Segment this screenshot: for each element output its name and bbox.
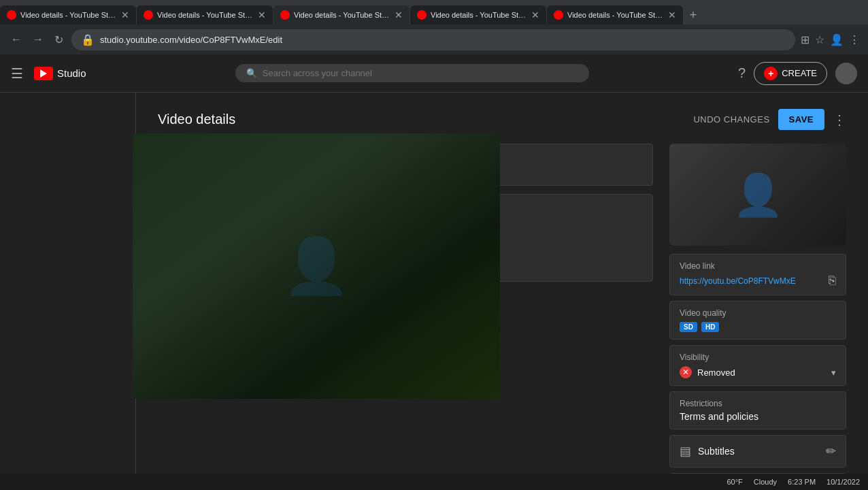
search-inner: 🔍 [235, 64, 589, 82]
browser-tab-5[interactable]: Video details - YouTube Studio ✕ [547, 5, 683, 24]
copy-icon[interactable]: ⎘ [829, 274, 836, 288]
restrictions-value: Terms and policies [680, 411, 836, 422]
large-preview-placeholder: 👤 [282, 234, 350, 298]
large-preview-bg: 👤 [133, 133, 500, 399]
tab-close-3[interactable]: ✕ [395, 10, 403, 20]
quality-label: Video quality [680, 308, 836, 318]
search-input[interactable] [263, 68, 578, 78]
tab-favicon-1 [7, 10, 16, 20]
visibility-value: ✕ Removed [680, 366, 735, 378]
browser-tab-4[interactable]: Video details - YouTube Studio ✕ [410, 5, 546, 24]
page-header: Video details UNDO CHANGES SAVE ⋮ [158, 109, 846, 130]
quality-badge-sd: SD [680, 322, 697, 332]
url-bar[interactable]: 🔒 studio.youtube.com/video/CoP8FTVwMxE/e… [71, 29, 795, 50]
restrictions-label: Restrictions [680, 399, 836, 408]
studio-logo-text: Studio [57, 67, 86, 79]
new-tab-button[interactable]: + [684, 5, 703, 24]
video-link-url[interactable]: https://youtu.be/CoP8FTVwMxE [680, 276, 796, 286]
large-video-preview: 👤 [133, 133, 500, 399]
tab-favicon-4 [417, 10, 427, 20]
tab-favicon-5 [554, 10, 563, 20]
video-link-section: Video link https://youtu.be/CoP8FTVwMxE … [669, 254, 846, 295]
weather-text: 60°F [727, 478, 742, 486]
lock-icon: 🔒 [81, 33, 95, 46]
tab-title-4: Video details - YouTube Studio [431, 11, 527, 19]
create-button[interactable]: + CREATE [754, 62, 827, 85]
hamburger-menu[interactable]: ☰ [11, 65, 23, 82]
avatar[interactable] [835, 63, 857, 84]
taskbar: 60°F Cloudy 6:23 PM 10/1/2022 [0, 474, 868, 490]
sidebar-overlay [0, 95, 133, 476]
browser-tab-1[interactable]: Video details - YouTube Stu... ✕ [0, 5, 136, 24]
top-bar: ☰ Studio 🔍 ? + CREATE [0, 54, 868, 93]
browser-chrome: Video details - YouTube Stu... ✕ Video d… [0, 0, 868, 54]
video-link-row: https://youtu.be/CoP8FTVwMxE ⎘ [680, 274, 836, 288]
tab-title-5: Video details - YouTube Studio [567, 11, 664, 19]
top-right-actions: ? + CREATE [738, 62, 857, 85]
profile-icon[interactable]: 👤 [830, 33, 844, 46]
forward-button[interactable]: → [30, 31, 46, 48]
youtube-icon [34, 67, 53, 80]
tab-bar: Video details - YouTube Stu... ✕ Video d… [0, 0, 868, 24]
quality-section: Video quality SD HD [669, 301, 846, 340]
undo-changes-button[interactable]: UNDO CHANGES [693, 114, 769, 125]
date-display: 10/1/2022 [827, 478, 860, 486]
more-options-icon[interactable]: ⋮ [849, 33, 860, 46]
restrictions-section: Restrictions Terms and policies [669, 391, 846, 429]
page-title: Video details [158, 112, 235, 127]
tab-title-1: Video details - YouTube Stu... [20, 11, 117, 19]
tab-title-3: Video details - YouTube Studio [294, 11, 390, 19]
tab-close-1[interactable]: ✕ [121, 10, 129, 20]
removed-icon: ✕ [680, 366, 692, 378]
browser-tab-2[interactable]: Video details - YouTube Studio ✕ [137, 5, 273, 24]
thumbnail-face-placeholder: 👤 [733, 171, 784, 219]
browser-tab-3[interactable]: Video details - YouTube Studio ✕ [273, 5, 410, 24]
browser-toolbar: ⊞ ☆ 👤 ⋮ [801, 33, 860, 46]
save-button[interactable]: SAVE [778, 109, 824, 130]
visibility-text: Removed [697, 368, 735, 378]
youtube-play-icon [40, 69, 47, 78]
create-video-icon: + [764, 67, 778, 80]
form-right: 👤 Video link https://youtu.be/CoP8FTVwMx… [669, 144, 846, 490]
back-button[interactable]: ← [8, 31, 24, 48]
visibility-section[interactable]: Visibility ✕ Removed ▾ [669, 345, 846, 386]
subtitles-edit-icon[interactable]: ✏ [826, 444, 836, 459]
url-text: studio.youtube.com/video/CoP8FTVwMxE/edi… [100, 35, 282, 45]
address-bar: ← → ↻ 🔒 studio.youtube.com/video/CoP8FTV… [0, 24, 868, 54]
video-link-label: Video link [680, 261, 836, 271]
video-thumbnail-large: 👤 [669, 144, 846, 246]
weather-condition: Cloudy [754, 478, 777, 486]
tab-favicon-3 [280, 10, 290, 20]
subtitles-label: Subtitles [698, 446, 735, 457]
search-icon: 🔍 [246, 68, 257, 78]
chevron-down-icon: ▾ [831, 368, 836, 378]
search-bar: 🔍 [114, 64, 712, 82]
bookmark-icon[interactable]: ☆ [815, 33, 824, 46]
visibility-label: Visibility [680, 353, 836, 362]
tab-title-2: Video details - YouTube Studio [157, 11, 254, 19]
subtitles-icon: ▤ [680, 444, 691, 459]
subtitles-tool-left: ▤ Subtitles [680, 444, 735, 459]
reload-button[interactable]: ↻ [52, 31, 66, 49]
quality-badge-hd: HD [701, 322, 719, 332]
tab-favicon-2 [144, 10, 153, 20]
help-icon[interactable]: ? [738, 65, 746, 81]
header-actions: UNDO CHANGES SAVE ⋮ [693, 109, 846, 130]
tab-close-4[interactable]: ✕ [531, 10, 539, 20]
time-display: 6:23 PM [788, 478, 816, 486]
tab-close-5[interactable]: ✕ [668, 10, 676, 20]
thumbnail-image: 👤 [669, 144, 846, 246]
visibility-dropdown[interactable]: ✕ Removed ▾ [680, 366, 836, 378]
subtitles-tool[interactable]: ▤ Subtitles ✏ [669, 435, 846, 468]
quality-badges: SD HD [680, 322, 836, 332]
tab-close-2[interactable]: ✕ [258, 10, 266, 20]
more-options-button[interactable]: ⋮ [833, 112, 846, 128]
logo: Studio [34, 67, 86, 80]
extensions-icon[interactable]: ⊞ [801, 33, 809, 46]
create-label: CREATE [782, 68, 817, 78]
